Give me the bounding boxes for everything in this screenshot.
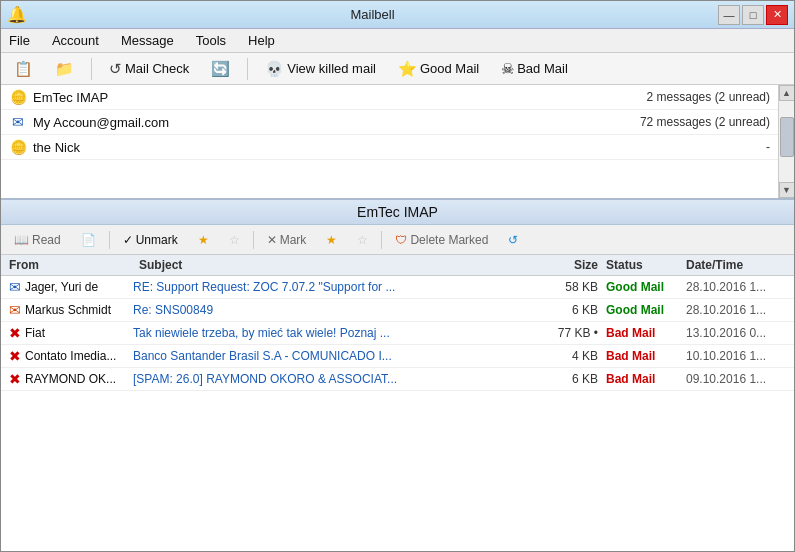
msg2-status: Good Mail xyxy=(606,303,686,317)
col-header-status[interactable]: Status xyxy=(606,258,686,272)
scrollbar-thumb[interactable] xyxy=(780,117,794,157)
delete-marked-label: Delete Marked xyxy=(410,233,488,247)
refresh-button[interactable]: 🔄 xyxy=(204,57,237,81)
mail-toolbar-sep-1 xyxy=(109,231,110,249)
account-row-emtec[interactable]: 🪙 EmTec IMAP 2 messages (2 unread) xyxy=(1,85,778,110)
col-header-subject[interactable]: Subject xyxy=(139,258,538,272)
msg5-size: 6 KB xyxy=(538,372,598,386)
msg3-icon: ✖ xyxy=(9,325,21,341)
mail-panel-title: EmTec IMAP xyxy=(1,200,794,225)
msg1-datetime: 28.10.2016 1... xyxy=(686,280,786,294)
refresh-mail-button[interactable]: ↺ xyxy=(501,230,525,250)
msg2-size: 6 KB xyxy=(538,303,598,317)
good-mail-button[interactable]: ⭐ Good Mail xyxy=(391,57,486,81)
title-bar: 🔔 Mailbell — □ ✕ xyxy=(1,1,794,29)
fav2-button[interactable]: ☆ xyxy=(222,230,247,250)
read-label: Read xyxy=(32,233,61,247)
fav1-icon: ★ xyxy=(198,233,209,247)
msg1-from: Jager, Yuri de xyxy=(25,280,133,294)
mail-table-header: From Subject Size Status Date/Time xyxy=(1,255,794,276)
accounts-scrollbar[interactable]: ▲ ▼ xyxy=(778,85,794,198)
scroll-down-arrow[interactable]: ▼ xyxy=(779,182,795,198)
delete-marked-button[interactable]: 🛡 Delete Marked xyxy=(388,230,495,250)
mail-toolbar-sep-2 xyxy=(253,231,254,249)
bad-mail-button[interactable]: ☠ Bad Mail xyxy=(494,57,575,81)
folders-icon: 📁 xyxy=(55,60,74,78)
gmail-name: My Accoun@gmail.com xyxy=(33,115,640,130)
msg3-from: Fiat xyxy=(25,326,133,340)
msg3-size: 77 KB • xyxy=(538,326,598,340)
menu-bar: File Account Message Tools Help xyxy=(1,29,794,53)
maximize-button[interactable]: □ xyxy=(742,5,764,25)
msg4-datetime: 10.10.2016 1... xyxy=(686,349,786,363)
fav4-button[interactable]: ☆ xyxy=(350,230,375,250)
msg3-subject: Tak niewiele trzeba, by mieć tak wiele! … xyxy=(133,326,538,340)
menu-tools[interactable]: Tools xyxy=(192,32,230,49)
scroll-up-arrow[interactable]: ▲ xyxy=(779,85,795,101)
refresh-mail-icon: ↺ xyxy=(508,233,518,247)
msg1-subject: RE: Support Request: ZOC 7.07.2 "Support… xyxy=(133,280,538,294)
msg2-subject: Re: SNS00849 xyxy=(133,303,538,317)
mail-list: ✉ Jager, Yuri de RE: Support Request: ZO… xyxy=(1,276,794,551)
mark-button[interactable]: ✕ Mark xyxy=(260,230,314,250)
msg5-from: RAYMOND OK... xyxy=(25,372,133,386)
menu-account[interactable]: Account xyxy=(48,32,103,49)
msg1-status: Good Mail xyxy=(606,280,686,294)
menu-file[interactable]: File xyxy=(5,32,34,49)
folders-button[interactable]: 📁 xyxy=(48,57,81,81)
good-mail-label: Good Mail xyxy=(420,61,479,76)
menu-help[interactable]: Help xyxy=(244,32,279,49)
mail-row-4[interactable]: ✖ Contato Imedia... Banco Santander Bras… xyxy=(1,345,794,368)
mail-row-1[interactable]: ✉ Jager, Yuri de RE: Support Request: ZO… xyxy=(1,276,794,299)
account-row-gmail[interactable]: ✉ My Accoun@gmail.com 72 messages (2 unr… xyxy=(1,110,778,135)
mail-check-button[interactable]: ↺ Mail Check xyxy=(102,57,196,81)
delete-marked-icon: 🛡 xyxy=(395,233,407,247)
gmail-count: 72 messages (2 unread) xyxy=(640,115,770,129)
nick-count: - xyxy=(766,140,770,154)
emtec-icon: 🪙 xyxy=(9,89,27,105)
fav2-icon: ☆ xyxy=(229,233,240,247)
menu-message[interactable]: Message xyxy=(117,32,178,49)
nick-name: the Nick xyxy=(33,140,766,155)
unmark-button[interactable]: ✓ Unmark xyxy=(116,230,185,250)
main-window: 🔔 Mailbell — □ ✕ File Account Message To… xyxy=(0,0,795,552)
view-killed-button[interactable]: 💀 View killed mail xyxy=(258,57,383,81)
minimize-button[interactable]: — xyxy=(718,5,740,25)
gmail-icon: ✉ xyxy=(9,114,27,130)
fav3-button[interactable]: ★ xyxy=(319,230,344,250)
view-killed-label: View killed mail xyxy=(287,61,376,76)
msg2-icon: ✉ xyxy=(9,302,21,318)
msg2-from: Markus Schmidt xyxy=(25,303,133,317)
close-button[interactable]: ✕ xyxy=(766,5,788,25)
main-toolbar: 📋 📁 ↺ Mail Check 🔄 💀 View killed mail ⭐ … xyxy=(1,53,794,85)
mark-label: Mark xyxy=(280,233,307,247)
unmark-icon: ✓ xyxy=(123,233,133,247)
mail-panel: EmTec IMAP 📖 Read 📄 ✓ Unmark ★ ☆ xyxy=(1,200,794,551)
mail-row-3[interactable]: ✖ Fiat Tak niewiele trzeba, by mieć tak … xyxy=(1,322,794,345)
app-icon: 🔔 xyxy=(7,5,27,24)
msg3-datetime: 13.10.2016 0... xyxy=(686,326,786,340)
doc-icon: 📄 xyxy=(81,233,96,247)
account-row-nick[interactable]: 🪙 the Nick - xyxy=(1,135,778,160)
col-header-from[interactable]: From xyxy=(9,258,139,272)
toolbar-separator-2 xyxy=(247,58,248,80)
window-controls: — □ ✕ xyxy=(718,5,788,25)
col-header-datetime[interactable]: Date/Time xyxy=(686,258,786,272)
msg4-size: 4 KB xyxy=(538,349,598,363)
doc-button[interactable]: 📄 xyxy=(74,230,103,250)
accounts-list: 🪙 EmTec IMAP 2 messages (2 unread) ✉ My … xyxy=(1,85,778,198)
new-mail-button[interactable]: 📋 xyxy=(7,57,40,81)
msg4-subject: Banco Santander Brasil S.A - COMUNICADO … xyxy=(133,349,538,363)
msg1-icon: ✉ xyxy=(9,279,21,295)
msg1-size: 58 KB xyxy=(538,280,598,294)
read-button[interactable]: 📖 Read xyxy=(7,230,68,250)
mail-row-2[interactable]: ✉ Markus Schmidt Re: SNS00849 6 KB Good … xyxy=(1,299,794,322)
msg5-datetime: 09.10.2016 1... xyxy=(686,372,786,386)
msg4-status: Bad Mail xyxy=(606,349,686,363)
fav1-button[interactable]: ★ xyxy=(191,230,216,250)
msg4-icon: ✖ xyxy=(9,348,21,364)
mail-toolbar-sep-3 xyxy=(381,231,382,249)
mail-row-5[interactable]: ✖ RAYMOND OK... [SPAM: 26.0] RAYMOND OKO… xyxy=(1,368,794,391)
col-header-size[interactable]: Size xyxy=(538,258,598,272)
emtec-name: EmTec IMAP xyxy=(33,90,647,105)
